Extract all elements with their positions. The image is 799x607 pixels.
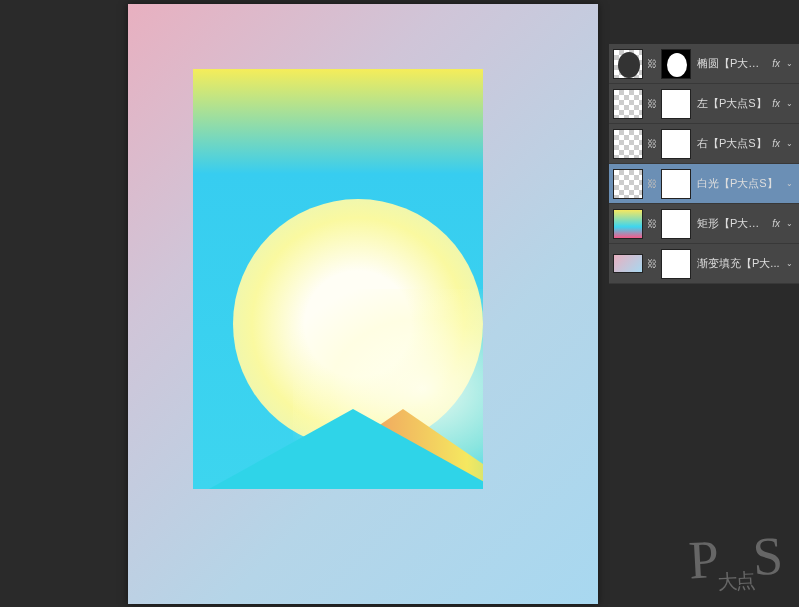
watermark: P大点S [687,525,783,598]
artwork [193,69,483,489]
layer-row[interactable]: ⛓椭圆【P大点S...fx⌄ [609,44,799,84]
chevron-down-icon[interactable]: ⌄ [784,99,795,108]
fx-badge[interactable]: fx [772,218,781,229]
left-triangle [193,409,483,489]
layer-mask-thumbnail[interactable] [661,169,691,199]
layer-mask-thumbnail[interactable] [661,209,691,239]
layer-mask-thumbnail[interactable] [661,129,691,159]
layer-thumbnail[interactable] [613,49,643,79]
chevron-down-icon[interactable]: ⌄ [784,259,795,268]
layer-mask-thumbnail[interactable] [661,89,691,119]
fx-badge[interactable]: fx [772,58,781,69]
fx-badge[interactable]: fx [772,98,781,109]
layer-row[interactable]: ⛓矩形【P大点S】fx⌄ [609,204,799,244]
chevron-down-icon[interactable]: ⌄ [784,179,795,188]
layer-mask-thumbnail[interactable] [661,49,691,79]
link-icon[interactable]: ⛓ [646,58,658,69]
chevron-down-icon[interactable]: ⌄ [784,59,795,68]
layer-name-label[interactable]: 左【P大点S】 [694,96,769,111]
layer-row[interactable]: ⛓渐变填充【P大...⌄ [609,244,799,284]
chevron-down-icon[interactable]: ⌄ [784,139,795,148]
layer-name-label[interactable]: 椭圆【P大点S... [694,56,769,71]
layer-row[interactable]: ⛓右【P大点S】fx⌄ [609,124,799,164]
layer-row[interactable]: ⛓白光【P大点S】⌄ [609,164,799,204]
layer-thumbnail[interactable] [613,129,643,159]
fx-badge[interactable]: fx [772,138,781,149]
link-icon[interactable]: ⛓ [646,258,658,269]
layer-name-label[interactable]: 右【P大点S】 [694,136,769,151]
layer-name-label[interactable]: 渐变填充【P大... [694,256,781,271]
layer-row[interactable]: ⛓左【P大点S】fx⌄ [609,84,799,124]
link-icon[interactable]: ⛓ [646,178,658,189]
document-canvas[interactable] [128,4,598,604]
layer-thumbnail[interactable] [613,169,643,199]
layer-thumbnail[interactable] [613,209,643,239]
layer-mask-thumbnail[interactable] [661,249,691,279]
layer-thumbnail[interactable] [613,254,643,273]
link-icon[interactable]: ⛓ [646,218,658,229]
link-icon[interactable]: ⛓ [646,98,658,109]
layer-thumbnail[interactable] [613,89,643,119]
layer-name-label[interactable]: 白光【P大点S】 [694,176,781,191]
layers-panel[interactable]: ⛓椭圆【P大点S...fx⌄⛓左【P大点S】fx⌄⛓右【P大点S】fx⌄⛓白光【… [609,44,799,284]
chevron-down-icon[interactable]: ⌄ [784,219,795,228]
layer-name-label[interactable]: 矩形【P大点S】 [694,216,769,231]
link-icon[interactable]: ⛓ [646,138,658,149]
